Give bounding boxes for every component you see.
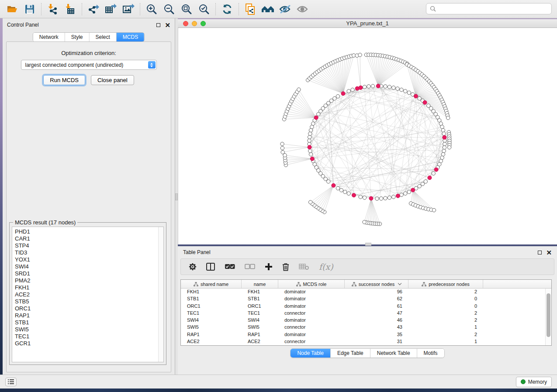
mcds-result-item[interactable]: STB5 [15, 298, 163, 305]
tab-network[interactable]: Network [33, 33, 65, 41]
leaf-node[interactable] [363, 220, 366, 224]
zoom-in-icon[interactable] [143, 2, 160, 17]
table-scrollbar[interactable] [545, 289, 551, 345]
leaf-node[interactable] [280, 146, 284, 150]
network-node[interactable] [308, 149, 312, 153]
task-history-button[interactable] [5, 378, 17, 386]
mcds-result-item[interactable]: SRD1 [15, 270, 163, 277]
mcds-result-item[interactable]: CAR1 [15, 235, 163, 242]
network-node[interactable] [392, 86, 395, 89]
table-row[interactable]: TEC1TEC1connector472 [181, 310, 545, 317]
network-node[interactable] [407, 190, 411, 193]
close-panel-button[interactable]: Close panel [91, 75, 134, 85]
table-row[interactable]: RAP1RAP1dominator352 [181, 331, 545, 338]
close-table-panel-icon[interactable]: ✕ [546, 251, 552, 254]
network-node[interactable] [441, 152, 445, 156]
network-node[interactable] [375, 197, 379, 200]
mcds-result-item[interactable]: TID3 [15, 249, 163, 256]
network-node[interactable] [333, 96, 336, 100]
network-node[interactable] [400, 193, 403, 196]
mcds-result-item[interactable]: SWI5 [15, 326, 163, 333]
network-node[interactable] [339, 188, 343, 192]
select-all-check-icon[interactable] [225, 264, 235, 270]
network-node[interactable] [367, 85, 370, 88]
import-table-icon[interactable] [62, 2, 79, 17]
table-row[interactable]: YOX1YOX1connector291 [181, 345, 545, 346]
mcds-hub-node[interactable] [359, 86, 363, 89]
column-header-predecessor-nodes[interactable]: predecessor nodes [408, 280, 483, 288]
leaf-node[interactable] [280, 142, 284, 146]
network-node[interactable] [336, 186, 339, 190]
apply-layout-icon[interactable] [218, 2, 236, 17]
mcds-result-item[interactable]: STP4 [15, 242, 163, 249]
tab-mcds[interactable]: MCDS [117, 33, 144, 41]
network-node[interactable] [308, 132, 312, 135]
mcds-hub-node[interactable] [414, 94, 418, 98]
mcds-result-item[interactable]: GCR1 [15, 340, 163, 347]
mcds-result-list[interactable]: PHD1CAR1STP4TID3YOX1SWI4SRD1PMA2FKH1ACE2… [12, 227, 164, 362]
network-node[interactable] [347, 89, 350, 93]
network-node[interactable] [308, 135, 311, 139]
network-node[interactable] [336, 95, 339, 98]
zoom-out-icon[interactable] [160, 2, 178, 17]
zoom-selected-icon[interactable] [195, 2, 213, 17]
mcds-result-item[interactable]: PHD1 [15, 228, 163, 235]
float-table-panel-icon[interactable] [538, 251, 542, 254]
hide-selected-icon[interactable] [277, 2, 294, 17]
panel-layout-icon[interactable] [206, 263, 215, 271]
tab-select[interactable]: Select [90, 33, 117, 41]
mcds-hub-node[interactable] [434, 168, 438, 172]
mcds-hub-node[interactable] [332, 183, 336, 187]
leaf-node[interactable] [358, 53, 362, 57]
tab-network-table[interactable]: Network Table [370, 349, 417, 358]
table-row[interactable]: ACE2ACE2connector311 [181, 338, 545, 345]
network-node[interactable] [359, 195, 362, 199]
network-node[interactable] [384, 196, 387, 200]
mcds-hub-node[interactable] [310, 157, 314, 161]
network-node[interactable] [309, 152, 312, 156]
import-network-icon[interactable] [44, 2, 62, 17]
network-node[interactable] [421, 182, 424, 186]
table-row[interactable]: SWI4SWI4dominator462 [181, 317, 545, 324]
mcds-result-item[interactable]: STB1 [15, 319, 163, 326]
search-input[interactable] [439, 6, 548, 12]
table-row[interactable]: SWI5SWI5connector431 [181, 324, 545, 331]
column-header-successor-nodes[interactable]: successor nodes [345, 280, 408, 288]
mcds-hub-node[interactable] [428, 176, 432, 180]
duplicate-network-icon[interactable] [242, 2, 259, 17]
network-node[interactable] [404, 192, 407, 195]
network-node[interactable] [363, 85, 366, 89]
mcds-result-item[interactable]: PMA2 [15, 277, 163, 284]
mcds-result-item[interactable]: TEC1 [15, 333, 163, 340]
mcds-hub-node[interactable] [341, 92, 345, 96]
column-settings-icon[interactable] [189, 263, 197, 271]
optimization-criterion-select[interactable]: largest connected component (undirected) [21, 60, 157, 70]
network-node[interactable] [407, 91, 411, 94]
show-hidden-icon[interactable] [294, 2, 311, 17]
network-node[interactable] [443, 146, 446, 149]
tab-edge-table[interactable]: Edge Table [331, 349, 370, 358]
mcds-hub-node[interactable] [396, 194, 400, 198]
network-node[interactable] [418, 96, 421, 100]
network-node[interactable] [387, 196, 391, 199]
mcds-hub-node[interactable] [423, 100, 427, 104]
column-header-name[interactable]: name [242, 280, 278, 288]
mcds-result-item[interactable]: RAP1 [15, 312, 163, 319]
tab-motifs[interactable]: Motifs [417, 349, 444, 358]
tab-style[interactable]: Style [65, 33, 90, 41]
network-node[interactable] [442, 132, 446, 135]
mcds-hub-node[interactable] [376, 84, 380, 88]
network-node[interactable] [432, 172, 435, 175]
table-row[interactable]: STB1STB1dominator620 [181, 296, 545, 303]
leaf-node[interactable] [447, 145, 451, 149]
network-node[interactable] [309, 128, 312, 132]
mcds-hub-node[interactable] [352, 193, 356, 197]
network-node[interactable] [371, 84, 374, 88]
network-node[interactable] [442, 149, 446, 153]
float-panel-icon[interactable] [156, 23, 160, 27]
add-column-icon[interactable] [265, 263, 273, 271]
network-canvas[interactable] [178, 28, 557, 244]
leaf-node[interactable] [432, 208, 436, 212]
mcds-result-item[interactable]: YOX1 [15, 256, 163, 263]
network-node[interactable] [329, 99, 333, 102]
